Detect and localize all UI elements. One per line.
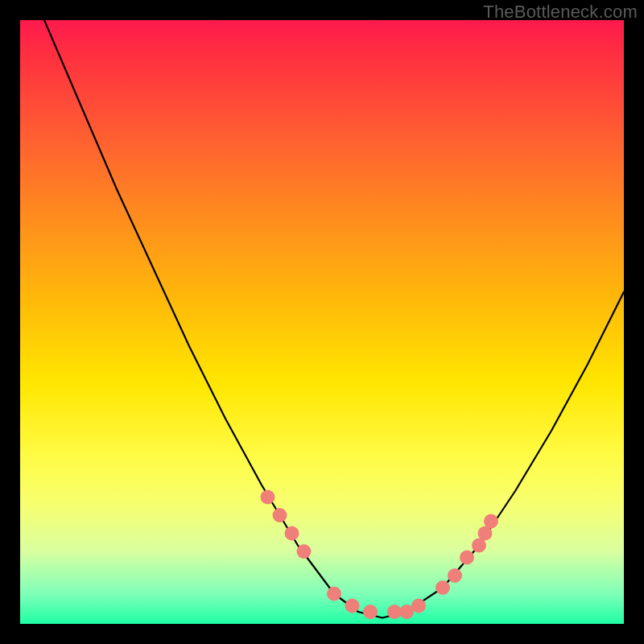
highlight-dot xyxy=(261,490,275,505)
highlight-dot xyxy=(345,599,360,613)
highlight-dot xyxy=(411,599,426,613)
highlight-dot xyxy=(436,580,450,595)
highlight-dot xyxy=(327,587,341,601)
highlight-dot xyxy=(285,526,299,541)
highlight-dot xyxy=(297,544,312,559)
highlight-dot xyxy=(448,568,462,583)
watermark-text: TheBottleneck.com xyxy=(483,2,638,23)
curve-layer xyxy=(20,20,624,624)
plot-area xyxy=(20,20,624,624)
highlight-dot xyxy=(484,514,498,529)
chart-frame: TheBottleneck.com xyxy=(0,0,644,644)
highlight-dot xyxy=(273,508,287,522)
highlight-dot xyxy=(363,605,378,619)
bottleneck-curve xyxy=(44,20,624,618)
highlight-dots-group xyxy=(261,490,499,620)
highlight-dot xyxy=(460,551,474,565)
